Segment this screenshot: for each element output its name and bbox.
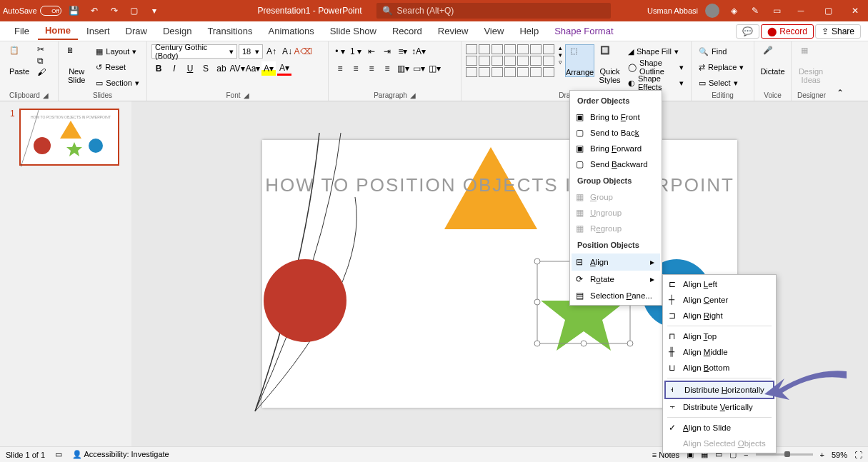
align-bottom-item[interactable]: ⊔Align Bottom: [664, 360, 774, 376]
highlight-button[interactable]: A▾: [261, 61, 276, 76]
fit-slide-icon[interactable]: ⛶: [854, 451, 862, 459]
dialog-launcher-icon[interactable]: ◢: [410, 91, 416, 99]
strike-button[interactable]: S: [199, 61, 213, 76]
shape-fill-button[interactable]: ◢ Shape Fill ▾: [625, 44, 687, 59]
red-circle-shape[interactable]: [264, 259, 346, 342]
layout-button[interactable]: ▦ Layout ▾: [93, 44, 142, 59]
zoom-in-icon[interactable]: +: [820, 451, 824, 459]
shapes-gallery[interactable]: [466, 44, 554, 77]
tab-file[interactable]: File: [7, 23, 36, 39]
tab-review[interactable]: Review: [431, 23, 476, 39]
select-button[interactable]: ▭ Select ▾: [696, 76, 747, 90]
distribute-vertically-item[interactable]: ⫟Distribute Vertically: [664, 399, 774, 415]
language-icon[interactable]: ▭: [55, 450, 62, 459]
align-left-button[interactable]: ≡: [333, 61, 347, 76]
shape-effects-button[interactable]: ◐ Shape Effects ▾: [625, 76, 687, 90]
columns-button[interactable]: ▥▾: [396, 61, 410, 76]
underline-button[interactable]: U: [183, 61, 197, 76]
dictate-button[interactable]: 🎤 Dictate: [759, 44, 787, 76]
distribute-horizontally-item[interactable]: ⫞Distribute Horizontally: [664, 381, 774, 399]
dialog-launcher-icon[interactable]: ◢: [43, 91, 49, 99]
record-button[interactable]: ⬤ Record: [761, 24, 814, 39]
accessibility-status[interactable]: 👤 Accessibility: Investigate: [72, 450, 169, 459]
replace-button[interactable]: ⇄ Replace ▾: [696, 60, 747, 74]
gallery-down-icon[interactable]: ▾: [559, 51, 562, 59]
align-center-item[interactable]: ┼Align Center: [664, 292, 774, 308]
gallery-up-icon[interactable]: ▴: [559, 44, 562, 51]
collapse-ribbon-icon[interactable]: ⌃: [837, 88, 844, 98]
align-text-button[interactable]: ▭▾: [411, 61, 426, 76]
section-button[interactable]: ▭ Section ▾: [93, 76, 142, 90]
format-painter-icon[interactable]: 🖌: [37, 67, 46, 77]
align-middle-item[interactable]: ╫Align Middle: [664, 344, 774, 360]
user-name[interactable]: Usman Abbasi: [647, 6, 698, 15]
tab-view[interactable]: View: [477, 23, 511, 39]
ribbon-mode-icon[interactable]: ▭: [769, 4, 784, 18]
design-ideas-button[interactable]: ▦ Design Ideas: [796, 44, 826, 84]
new-slide-button[interactable]: 🗎 New Slide: [63, 44, 90, 84]
share-button[interactable]: ⇪ Share: [815, 24, 861, 39]
undo-icon[interactable]: ↶: [87, 4, 101, 18]
align-top-item[interactable]: ⊓Align Top: [664, 328, 774, 344]
shape-outline-button[interactable]: ◯ Shape Outline ▾: [625, 60, 687, 74]
user-avatar[interactable]: [705, 4, 719, 18]
tab-transitions[interactable]: Transitions: [200, 23, 259, 39]
text-direction-button[interactable]: ↕A▾: [411, 44, 426, 59]
italic-button[interactable]: I: [167, 61, 181, 76]
zoom-slider[interactable]: [756, 453, 813, 456]
align-right-item[interactable]: ⊐Align Right: [664, 308, 774, 323]
tab-slideshow[interactable]: Slide Show: [323, 23, 384, 39]
tab-insert[interactable]: Insert: [79, 23, 117, 39]
slide-thumbnail-1[interactable]: HOW TO POSITION OBJECTS IN POWERPOINT: [19, 109, 119, 166]
dialog-launcher-icon[interactable]: ◢: [244, 91, 249, 99]
present-start-icon[interactable]: ▢: [127, 4, 141, 18]
line-spacing-button[interactable]: ≡▾: [396, 44, 410, 59]
send-to-back-item[interactable]: ▢Send to Back: [572, 125, 660, 141]
font-size-combo[interactable]: 18▾: [239, 44, 263, 59]
arrange-button[interactable]: ⬚ Arrange: [565, 44, 594, 77]
search-input[interactable]: 🔍 Search (Alt+Q): [376, 3, 611, 19]
bring-to-front-item[interactable]: ▣Bring to Front: [572, 109, 660, 125]
smartart-button[interactable]: ◫▾: [427, 61, 442, 76]
align-center-button[interactable]: ≡: [349, 61, 363, 76]
rotate-item[interactable]: ⟳Rotate▸: [572, 271, 660, 288]
slide-count[interactable]: Slide 1 of 1: [6, 451, 45, 459]
align-left-item[interactable]: ⊏Align Left: [664, 276, 774, 292]
slide-title-text[interactable]: HOW TO POSITION OBJECTS IN POWERPOINT: [262, 174, 737, 196]
change-case-button[interactable]: Aa▾: [246, 61, 260, 76]
save-icon[interactable]: 💾: [67, 4, 81, 18]
justify-button[interactable]: ≡: [380, 61, 394, 76]
shrink-font-icon[interactable]: A↓: [280, 44, 294, 59]
align-right-button[interactable]: ≡: [364, 61, 379, 76]
diamond-icon[interactable]: ◈: [727, 4, 741, 18]
tab-design[interactable]: Design: [156, 23, 199, 39]
align-item[interactable]: ⊟Align▸: [572, 253, 660, 271]
cut-icon[interactable]: ✂: [37, 44, 46, 54]
gallery-more-icon[interactable]: ▿: [559, 59, 562, 66]
tab-shape-format[interactable]: Shape Format: [547, 23, 620, 39]
tab-home[interactable]: Home: [38, 22, 78, 40]
bold-button[interactable]: B: [151, 61, 166, 76]
paste-button[interactable]: 📋 Paste: [4, 44, 34, 76]
selection-pane-item[interactable]: ▤Selection Pane...: [572, 288, 660, 303]
spacing-button[interactable]: AV▾: [230, 61, 244, 76]
send-backward-item[interactable]: ▢Send Backward: [572, 156, 660, 172]
tab-record[interactable]: Record: [385, 23, 429, 39]
font-color-button[interactable]: A▾: [277, 61, 291, 76]
grow-font-icon[interactable]: A↑: [264, 44, 279, 59]
autosave-toggle[interactable]: AutoSave Off: [3, 6, 61, 16]
clear-format-icon[interactable]: A⌫: [296, 44, 310, 59]
pen-mode-icon[interactable]: ✎: [748, 4, 762, 18]
tab-draw[interactable]: Draw: [119, 23, 154, 39]
tab-animations[interactable]: Animations: [261, 23, 321, 39]
indent-button[interactable]: ⇥: [380, 44, 394, 59]
copy-icon[interactable]: ⧉: [37, 56, 46, 66]
numbering-button[interactable]: 1 ▾: [349, 44, 363, 59]
quick-styles-button[interactable]: 🔲 Quick Styles: [597, 44, 622, 84]
find-button[interactable]: 🔍 Find: [696, 44, 747, 59]
bullets-button[interactable]: • ▾: [333, 44, 347, 59]
outdent-button[interactable]: ⇤: [364, 44, 379, 59]
reset-button[interactable]: ↺ Reset: [93, 60, 142, 74]
shadow-button[interactable]: ab: [214, 61, 229, 76]
comments-button[interactable]: 💬: [736, 24, 759, 39]
